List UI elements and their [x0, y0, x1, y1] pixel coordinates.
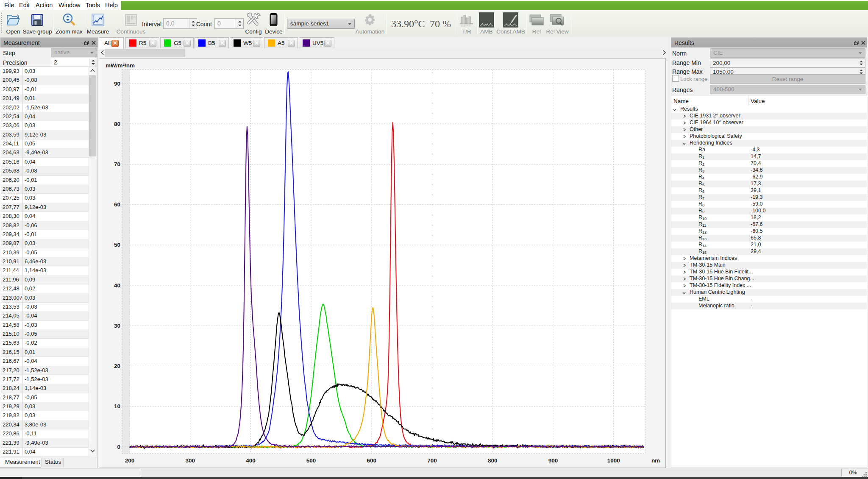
svg-text:40: 40 — [114, 282, 120, 289]
svg-text:700: 700 — [427, 457, 437, 464]
svg-text:50: 50 — [114, 242, 120, 248]
svg-text:20: 20 — [114, 363, 120, 369]
svg-text:500: 500 — [306, 457, 316, 464]
svg-text:800: 800 — [488, 457, 498, 464]
svg-text:400: 400 — [246, 457, 256, 464]
svg-text:70: 70 — [114, 161, 120, 167]
svg-text:300: 300 — [185, 457, 195, 464]
svg-text:1000: 1000 — [607, 457, 620, 464]
svg-text:900: 900 — [548, 457, 558, 464]
svg-text:10: 10 — [114, 403, 120, 409]
svg-text:200: 200 — [125, 457, 135, 464]
svg-text:600: 600 — [367, 457, 377, 464]
svg-text:80: 80 — [114, 121, 120, 127]
svg-text:nm: nm — [651, 457, 660, 464]
svg-text:60: 60 — [114, 201, 120, 208]
svg-text:0: 0 — [117, 444, 120, 450]
svg-text:30: 30 — [114, 323, 120, 329]
svg-text:mW/m²/nm: mW/m²/nm — [106, 62, 135, 69]
svg-text:90: 90 — [114, 81, 120, 87]
